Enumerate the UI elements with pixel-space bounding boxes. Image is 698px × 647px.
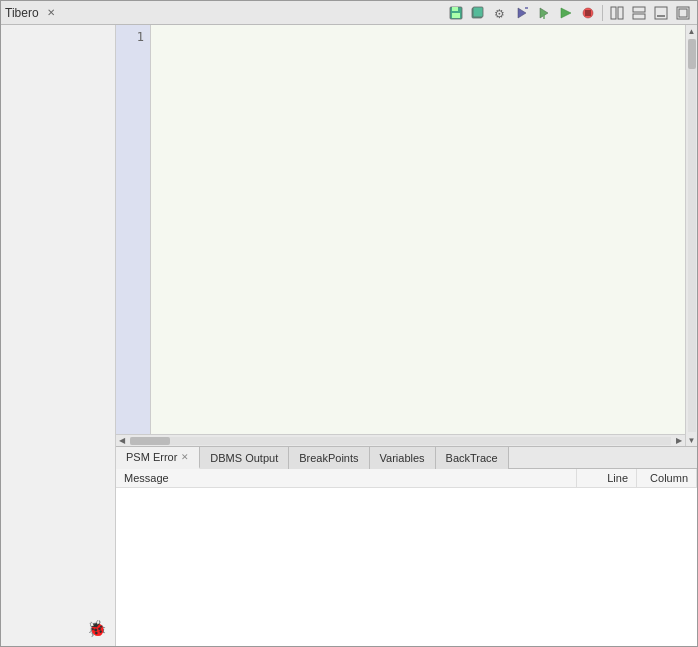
scroll-thumb-v[interactable] bbox=[688, 39, 696, 69]
table-header-row: Message Line Column bbox=[116, 469, 697, 488]
maximize-icon[interactable] bbox=[673, 3, 693, 23]
svg-rect-20 bbox=[679, 9, 687, 17]
tab-variables-label: Variables bbox=[380, 452, 425, 464]
stop-icon[interactable] bbox=[578, 3, 598, 23]
minimize-icon[interactable] bbox=[651, 3, 671, 23]
breakpoint-icon: 🐞 bbox=[87, 620, 107, 637]
compile-icon[interactable]: ⚙ bbox=[490, 3, 510, 23]
scroll-down-arrow[interactable]: ▼ bbox=[686, 434, 698, 446]
svg-rect-12 bbox=[585, 10, 591, 16]
editor-panel: 1 ◀ ▶ ▲ bbox=[116, 25, 697, 646]
col-message-header: Message bbox=[116, 469, 577, 488]
svg-rect-16 bbox=[633, 14, 645, 19]
bottom-panel: PSM Error ✕ DBMS Output BreakPoints Vari… bbox=[116, 446, 697, 646]
table-area: Message Line Column bbox=[116, 469, 697, 646]
run-icon[interactable] bbox=[556, 3, 576, 23]
step-into-icon[interactable] bbox=[534, 3, 554, 23]
title-bar: Tibero ✕ ⚙ bbox=[1, 1, 697, 25]
editor-scrollbar-h[interactable]: ◀ ▶ bbox=[116, 434, 685, 446]
step-over-icon[interactable] bbox=[512, 3, 532, 23]
sidebar-bottom: 🐞 bbox=[87, 619, 107, 638]
window-close-button[interactable]: ✕ bbox=[43, 5, 59, 20]
tabs-bar: PSM Error ✕ DBMS Output BreakPoints Vari… bbox=[116, 447, 697, 469]
tab-psm-error-close[interactable]: ✕ bbox=[181, 452, 189, 462]
editor-container: 1 bbox=[116, 25, 685, 434]
title-bar-left: Tibero ✕ bbox=[5, 5, 59, 20]
svg-text:⚙: ⚙ bbox=[494, 7, 505, 20]
tile-v-icon[interactable] bbox=[607, 3, 627, 23]
svg-rect-17 bbox=[655, 7, 667, 19]
svg-rect-14 bbox=[618, 7, 623, 19]
tab-psm-error[interactable]: PSM Error ✕ bbox=[116, 447, 200, 469]
tab-dbms-output[interactable]: DBMS Output bbox=[200, 447, 289, 469]
line-number-1: 1 bbox=[116, 29, 150, 45]
svg-rect-13 bbox=[611, 7, 616, 19]
svg-marker-10 bbox=[561, 8, 571, 18]
tab-breakpoints[interactable]: BreakPoints bbox=[289, 447, 369, 469]
toolbar-sep-1 bbox=[602, 5, 603, 21]
col-column-header: Column bbox=[637, 469, 697, 488]
window-title: Tibero bbox=[5, 6, 39, 20]
tab-breakpoints-label: BreakPoints bbox=[299, 452, 358, 464]
sidebar: 🐞 bbox=[1, 25, 116, 646]
line-numbers: 1 bbox=[116, 25, 151, 434]
svg-marker-6 bbox=[518, 8, 526, 18]
tab-dbms-output-label: DBMS Output bbox=[210, 452, 278, 464]
tile-h-icon[interactable] bbox=[629, 3, 649, 23]
scroll-track-v[interactable] bbox=[688, 39, 696, 432]
editor-scrollbar-v[interactable]: ▲ ▼ bbox=[685, 25, 697, 446]
tab-psm-error-label: PSM Error bbox=[126, 451, 177, 463]
scroll-thumb-h[interactable] bbox=[130, 437, 170, 445]
error-table: Message Line Column bbox=[116, 469, 697, 488]
scroll-up-arrow[interactable]: ▲ bbox=[686, 25, 698, 37]
svg-rect-1 bbox=[452, 7, 458, 11]
svg-rect-15 bbox=[633, 7, 645, 12]
save-icon[interactable] bbox=[446, 3, 466, 23]
toolbar: ⚙ bbox=[446, 3, 693, 23]
editor-content[interactable] bbox=[151, 25, 685, 434]
tab-backtrace[interactable]: BackTrace bbox=[436, 447, 509, 469]
main-window: Tibero ✕ ⚙ bbox=[0, 0, 698, 647]
svg-rect-2 bbox=[452, 13, 460, 18]
tab-variables[interactable]: Variables bbox=[370, 447, 436, 469]
svg-rect-4 bbox=[473, 7, 483, 17]
tab-backtrace-label: BackTrace bbox=[446, 452, 498, 464]
scroll-track-h[interactable] bbox=[130, 437, 671, 445]
col-line-header: Line bbox=[577, 469, 637, 488]
main-content: 🐞 1 ◀ bbox=[1, 25, 697, 646]
scroll-right-arrow[interactable]: ▶ bbox=[673, 435, 685, 447]
scroll-left-arrow[interactable]: ◀ bbox=[116, 435, 128, 447]
save-all-icon[interactable] bbox=[468, 3, 488, 23]
